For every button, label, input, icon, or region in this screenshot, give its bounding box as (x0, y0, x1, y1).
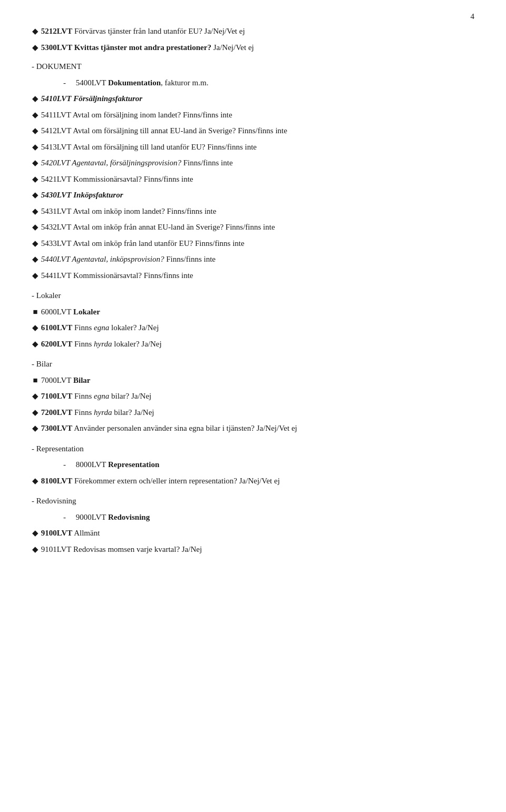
dash-prefix: - (63, 513, 74, 521)
square-icon: ■ (32, 374, 39, 387)
item-code: 5421LVT Kommissionärsavtal? Finns/finns … (41, 175, 193, 183)
dash-prefix: - (63, 78, 74, 87)
item-code: 5440LVT Agentavtal, inköpsprovision? Fin… (41, 255, 216, 263)
item-code: 6000LVT Lokaler (41, 308, 100, 316)
dash-prefix: - (63, 460, 74, 469)
item-code: 5410LVT Försäljningsfakturor (41, 94, 142, 103)
diamond-icon: ◆ (32, 527, 39, 539)
list-item: ◆ 5440LVT Agentavtal, inköpsprovision? F… (32, 253, 474, 265)
diamond-icon: ◆ (32, 253, 39, 265)
list-item: ◆ 5300LVT Kvittas tjänster mot andra pre… (32, 42, 474, 54)
item-code: 5412LVT Avtal om försäljning till annat … (41, 126, 287, 135)
item-code: 9100LVT Allmänt (41, 529, 100, 537)
item-code: 7200LVT Finns hyrda bilar? Ja/Nej (41, 408, 154, 417)
diamond-icon: ◆ (32, 237, 39, 250)
item-code: 9101LVT Redovisas momsen varje kvartal? … (41, 545, 202, 553)
item-code: 7100LVT Finns egna bilar? Ja/Nej (41, 392, 151, 400)
diamond-icon: ◆ (32, 189, 39, 201)
diamond-icon: ◆ (32, 221, 39, 233)
list-item: ◆ 5432LVT Avtal om inköp från annat EU-l… (32, 221, 474, 233)
item-code: 5212LVT Förvärvas tjänster från land uta… (41, 27, 245, 35)
list-item: ◆ 5430LVT Inköpsfakturor (32, 189, 474, 201)
diamond-icon: ◆ (32, 109, 39, 121)
diamond-icon: ◆ (32, 42, 39, 54)
item-code: 8000LVT Representation (76, 460, 159, 469)
category-dokument: - DOKUMENT (32, 61, 474, 73)
document-body: ◆ 5212LVT Förvärvas tjänster från land u… (32, 25, 474, 555)
list-item: ◆ 7300LVT Använder personalen använder s… (32, 422, 474, 434)
list-item: ◆ 6100LVT Finns egna lokaler? Ja/Nej (32, 322, 474, 334)
item-code: 5441LVT Kommissionärsavtal? Finns/finns … (41, 271, 193, 280)
list-item: ◆ 9100LVT Allmänt (32, 527, 474, 539)
diamond-icon: ◆ (32, 125, 39, 137)
list-item: ■ 6000LVT Lokaler (32, 306, 474, 318)
diamond-icon: ◆ (32, 338, 39, 350)
diamond-icon: ◆ (32, 322, 39, 334)
list-item: ◆ 9101LVT Redovisas momsen varje kvartal… (32, 543, 474, 556)
item-code: 7300LVT Använder personalen använder sin… (41, 424, 297, 432)
diamond-icon: ◆ (32, 422, 39, 434)
diamond-icon: ◆ (32, 390, 39, 402)
list-item: ■ 7000LVT Bilar (32, 374, 474, 387)
diamond-icon: ◆ (32, 407, 39, 419)
list-item: ◆ 5212LVT Förvärvas tjänster från land u… (32, 25, 474, 37)
list-item: - 5400LVT Dokumentation, fakturor m.m. (63, 77, 474, 89)
item-code: 5300LVT Kvittas tjänster mot andra prest… (41, 43, 254, 52)
diamond-icon: ◆ (32, 25, 39, 37)
category-lokaler: - Lokaler (32, 290, 474, 302)
diamond-icon: ◆ (32, 157, 39, 169)
item-code: 9000LVT Redovisning (76, 513, 150, 521)
item-code: 5413LVT Avtal om försäljning till land u… (41, 143, 257, 151)
list-item: ◆ 6200LVT Finns hyrda lokaler? Ja/Nej (32, 338, 474, 350)
item-code: 5400LVT Dokumentation, fakturor m.m. (76, 78, 209, 87)
list-item: ◆ 5413LVT Avtal om försäljning till land… (32, 141, 474, 153)
diamond-icon: ◆ (32, 543, 39, 556)
list-item: ◆ 7100LVT Finns egna bilar? Ja/Nej (32, 390, 474, 402)
item-code: 5411LVT Avtal om försäljning inom landet… (41, 111, 232, 119)
item-code: 5420LVT Agentavtal, försäljningsprovisio… (41, 159, 233, 167)
category-representation: - Representation (32, 443, 474, 455)
item-code: 8100LVT Förekommer extern och/eller inte… (41, 477, 280, 485)
list-item: ◆ 8100LVT Förekommer extern och/eller in… (32, 475, 474, 487)
list-item: ◆ 5420LVT Agentavtal, försäljningsprovis… (32, 157, 474, 169)
list-item: ◆ 5441LVT Kommissionärsavtal? Finns/finn… (32, 270, 474, 282)
list-item: ◆ 5412LVT Avtal om försäljning till anna… (32, 125, 474, 137)
item-code: 6200LVT Finns hyrda lokaler? Ja/Nej (41, 340, 162, 348)
list-item: - 8000LVT Representation (63, 459, 474, 471)
item-code: 5433LVT Avtal om inköp från land utanför… (41, 239, 245, 247)
square-icon: ■ (32, 306, 39, 318)
list-item: ◆ 5410LVT Försäljningsfakturor (32, 93, 474, 105)
diamond-icon: ◆ (32, 270, 39, 282)
list-item: ◆ 5411LVT Avtal om försäljning inom land… (32, 109, 474, 121)
list-item: ◆ 5421LVT Kommissionärsavtal? Finns/finn… (32, 173, 474, 185)
list-item: - 9000LVT Redovisning (63, 511, 474, 523)
item-code: 5431LVT Avtal om inköp inom landet? Finn… (41, 207, 217, 215)
item-code: 7000LVT Bilar (41, 376, 91, 384)
item-code: 5432LVT Avtal om inköp från annat EU-lan… (41, 223, 275, 231)
diamond-icon: ◆ (32, 141, 39, 153)
page-number: 4 (471, 11, 475, 23)
diamond-icon: ◆ (32, 475, 39, 487)
category-redovisning: - Redovisning (32, 495, 474, 507)
diamond-icon: ◆ (32, 93, 39, 105)
list-item: ◆ 5433LVT Avtal om inköp från land utanf… (32, 237, 474, 250)
diamond-icon: ◆ (32, 205, 39, 217)
list-item: ◆ 5431LVT Avtal om inköp inom landet? Fi… (32, 205, 474, 217)
list-item: ◆ 7200LVT Finns hyrda bilar? Ja/Nej (32, 407, 474, 419)
category-bilar: - Bilar (32, 358, 474, 370)
item-code: 6100LVT Finns egna lokaler? Ja/Nej (41, 323, 159, 332)
diamond-icon: ◆ (32, 173, 39, 185)
item-code: 5430LVT Inköpsfakturor (41, 191, 123, 199)
